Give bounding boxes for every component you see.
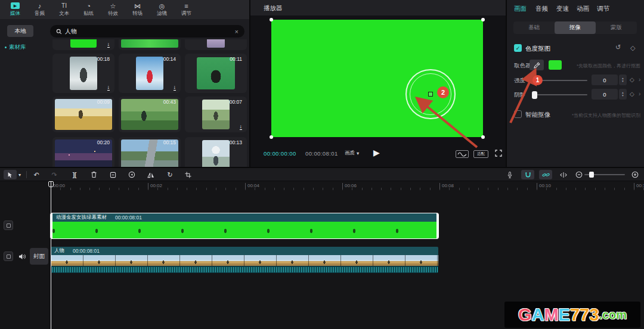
play-button[interactable]: ▶ [373,148,380,157]
subtab-basic[interactable]: 基础 [513,21,555,34]
quality-dropdown[interactable]: 画质 ▾ [345,150,359,157]
zoom-in-icon[interactable] [630,170,640,179]
media-card[interactable] [119,39,181,50]
media-card[interactable]: 00:43 [119,97,181,132]
media-card[interactable]: 00:13 ↓ [185,137,247,167]
smart-cutout-checkbox[interactable] [514,110,522,118]
tab-picture[interactable]: 画面 [514,5,527,13]
toolbar-item-audio[interactable]: ♪ 音频 [28,1,51,18]
toolbar-item-media[interactable]: ▶ 媒体 [4,1,27,18]
preview-axis-icon[interactable] [558,170,569,179]
shadow-value[interactable]: 0 [592,89,618,100]
playhead[interactable] [51,181,51,329]
eyedropper-button[interactable] [530,60,544,70]
toolbar-item-transition[interactable]: ⋈ 转场 [126,1,149,18]
keyframe-icon[interactable]: ◇ [630,91,634,97]
clear-search-icon[interactable]: × [235,28,239,35]
shadow-stepper[interactable]: ▴ ▾ [619,89,627,100]
media-card[interactable]: 00:11 [185,54,247,93]
freeze-frame-icon[interactable] [107,170,118,179]
redo-icon[interactable]: ↷ [49,170,60,179]
cursor-tool[interactable] [4,170,17,179]
fullscreen-icon[interactable] [495,150,502,157]
shadow-slider[interactable] [532,94,587,95]
media-card[interactable]: 00:20 ↓ [52,137,114,167]
ruler-label: 00:10 [537,183,551,189]
subtab-cutout[interactable]: 抠像 [555,21,596,34]
crop-icon[interactable] [182,170,193,179]
toolbar-item-filter[interactable]: ◎ 滤镜 [150,1,174,18]
mic-icon[interactable] [504,170,515,179]
zoom-slider-handle[interactable] [589,172,594,178]
media-card[interactable] [185,39,247,50]
toolbar-item-sticker[interactable]: ◔ 贴纸 [77,1,100,18]
mirror-icon[interactable] [145,170,156,179]
color-pick-target[interactable] [428,92,433,97]
track-icon[interactable] [4,221,13,230]
picker-hint: *先吸取画面颜色，再进行抠图 [568,63,640,69]
timeline-clip-person[interactable]: 人物 00:00:08:01 [51,247,438,273]
search-bar[interactable]: × [50,25,244,38]
filter-tab-icon: ◎ [159,2,165,10]
toolbar-item-adjust[interactable]: ≡ 调节 [175,1,198,18]
media-card[interactable]: 00:07 ↓ [185,97,247,132]
stepper-down-icon[interactable]: ▾ [622,80,624,83]
smart-cutout-label: 智能抠像 [525,111,550,119]
track-icon[interactable] [4,252,13,261]
media-card[interactable]: ↓ [52,39,114,50]
download-icon[interactable]: ↓ [107,42,110,48]
media-card[interactable]: 00:18 ↓ [52,54,114,93]
toolbar-item-effects[interactable]: ☆ 特效 [101,1,125,18]
corner-handle[interactable] [270,135,273,139]
delete-icon[interactable] [88,170,99,179]
snap-icon[interactable] [521,170,534,179]
clip-filmstrip [51,255,438,266]
toolbar-item-text[interactable]: TI 文本 [52,1,76,18]
color-swatch[interactable] [549,60,562,70]
tab-speed[interactable]: 变速 [556,5,569,13]
media-card[interactable]: 00:09 [52,97,114,132]
corner-handle[interactable] [481,18,485,21]
sidebar-item-library[interactable]: 素材库 [5,42,44,52]
link-icon[interactable] [539,170,552,179]
download-icon[interactable]: ↓ [174,85,177,91]
playhead-handle[interactable] [48,181,54,187]
media-card[interactable]: 00:14 ↓ [119,54,181,93]
corner-handle[interactable] [270,18,273,21]
keyframe-icon[interactable]: ◇ [630,76,634,83]
scope-icon[interactable] [456,150,469,158]
chroma-key-checkbox[interactable]: ✓ [514,44,522,52]
keyframe-icon[interactable]: ◇ [630,44,635,52]
cover-button[interactable]: 封面 [30,248,48,265]
stepper-down-icon[interactable]: ▾ [622,94,624,97]
download-icon[interactable]: ↓ [240,124,243,130]
shadow-slider-handle[interactable] [532,91,537,99]
timeline-ruler[interactable]: 00:00 00:02 00:04 00:06 00:08 00:10 00:1… [0,182,644,191]
download-icon[interactable]: ↓ [107,85,110,91]
subtab-mask[interactable]: 蒙版 [596,21,637,34]
media-card[interactable]: 00:15 [119,137,181,167]
undo-icon[interactable]: ↶ [31,170,42,179]
preview-canvas[interactable] [271,20,483,137]
reset-icon[interactable]: ↺ [615,44,621,51]
search-input[interactable] [65,28,232,35]
strength-stepper[interactable]: ▴ ▾ [619,75,627,85]
speaker-icon[interactable] [17,252,27,261]
watermark-letter: 3 [589,302,599,328]
strength-value[interactable]: 0 [592,75,618,85]
rotate-icon[interactable]: ↻ [165,170,175,179]
fit-ratio-button[interactable]: 适配 [473,150,488,158]
tab-audio[interactable]: 音频 [535,5,548,13]
cursor-tool-dropdown-icon[interactable]: ▾ [17,170,23,179]
tab-adjust[interactable]: 调节 [597,5,609,13]
split-icon[interactable]: ][ [69,170,80,179]
zoom-out-icon[interactable] [574,170,584,179]
toolbar-label: 转场 [132,10,143,17]
duration-badge: 00:43 [163,99,176,105]
corner-handle[interactable] [481,135,485,139]
reverse-icon[interactable] [126,170,137,179]
zoom-slider[interactable] [584,174,625,175]
timeline-clip-greenscreen[interactable]: 动漫金发女孩绿幕素材 00:00:08:01 [51,213,438,238]
sidebar-item-local[interactable]: 本地 [7,25,33,37]
tab-animation[interactable]: 动画 [577,5,589,13]
